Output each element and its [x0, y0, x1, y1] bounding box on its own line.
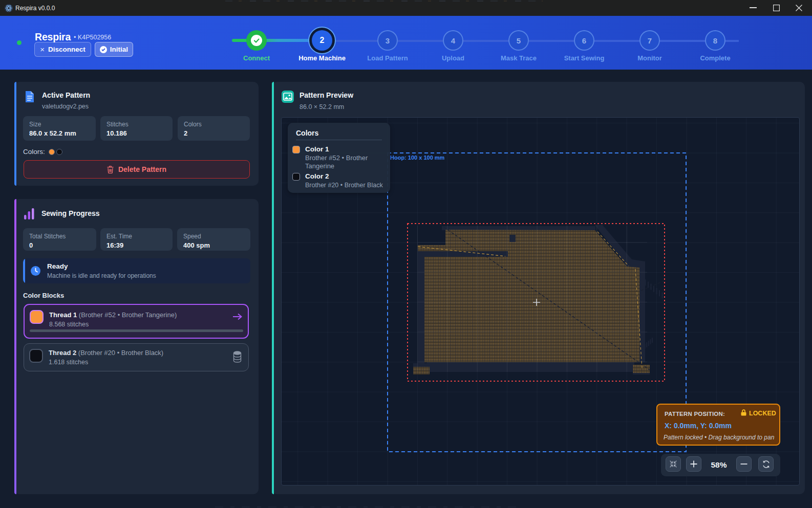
svg-text:Hoop: 100 x 100 mm: Hoop: 100 x 100 mm [390, 154, 445, 161]
